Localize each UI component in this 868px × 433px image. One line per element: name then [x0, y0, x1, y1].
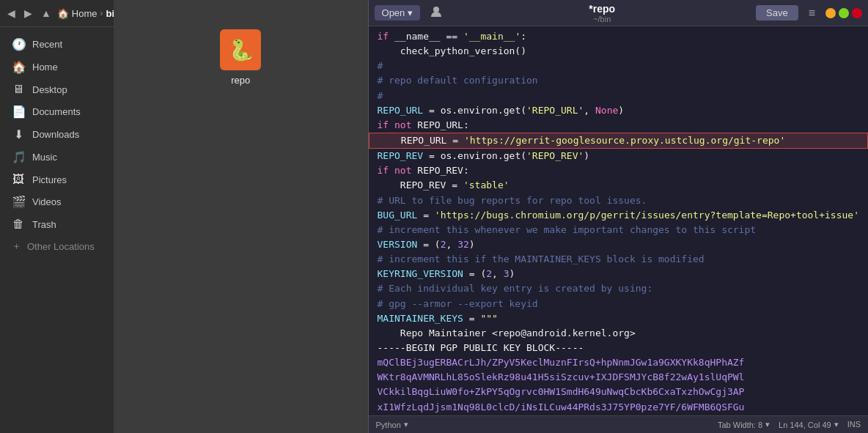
code-line-21: # Each individual key entry is created b… — [369, 281, 868, 296]
lang-dropdown-icon: ▾ — [404, 420, 408, 429]
pos-dropdown-icon: ▾ — [834, 420, 839, 429]
sidebar-item-videos[interactable]: 🎬 Videos — [0, 190, 114, 213]
add-icon: ＋ — [12, 240, 21, 253]
position-label: Ln 144, Col 49 — [779, 421, 831, 429]
code-line-9: REPO_REV = os.environ.get('REPO_REV') — [369, 149, 868, 163]
home-path-segment[interactable]: Home — [72, 8, 98, 19]
file-type-icon: 🐍 — [220, 29, 261, 70]
editor-filename: *repo — [452, 3, 751, 15]
pictures-icon: 🖼 — [12, 173, 25, 186]
trash-icon: 🗑 — [12, 218, 25, 231]
home-icon: 🏠 — [57, 8, 69, 19]
code-line-28: mQClBEj3ugERBACrLJh/ZPyV5KeclMuznFIrsQ+h… — [369, 355, 868, 370]
code-line-26: -----BEGIN PGP PUBLIC KEY BLOCK----- — [369, 341, 868, 355]
profile-button[interactable] — [424, 2, 448, 24]
code-line-18: # increment this if the MAINTAINER_KEYS … — [369, 252, 868, 267]
code-line-29: WKtr8qAVMNRLhL85oSlekRz98u41H5siSzcuv+IX… — [369, 370, 868, 385]
position-selector[interactable]: Ln 144, Col 49 ▾ — [779, 420, 839, 429]
editor-path: ~/bin — [452, 15, 751, 23]
code-line-7: if not REPO_URL: — [369, 118, 868, 133]
code-line-30: VCkkilBqgLiuW0fo+ZkPY5qOgrvc0HW1SmdH649u… — [369, 385, 868, 399]
back-button[interactable]: ◀ — [4, 6, 18, 21]
code-line-12: # URL to file bug reports for repo tool … — [369, 193, 868, 208]
tab-dropdown-icon: ▾ — [765, 420, 770, 429]
sidebar-item-home[interactable]: 🏠 Home — [0, 56, 114, 78]
recent-icon: 🕐 — [12, 37, 25, 51]
sidebar-item-label-downloads: Downloads — [32, 129, 79, 140]
sidebar-item-label-desktop: Desktop — [32, 84, 67, 95]
path-home: 🏠 Home — [57, 8, 98, 19]
code-line-3: # — [369, 59, 868, 73]
sidebar-item-label-home: Home — [32, 62, 58, 73]
sidebar-item-desktop[interactable]: 🖥 Desktop — [0, 78, 114, 100]
sidebar-item-documents[interactable]: 📄 Documents — [0, 100, 114, 123]
open-button[interactable]: Open ▾ — [375, 5, 421, 21]
code-line-22: # gpg --armor --export keyid — [369, 297, 868, 311]
desktop-icon: 🖥 — [12, 83, 25, 96]
path-nav: ◀ ▶ ▲ 🏠 Home › bin › — [0, 0, 114, 27]
home-icon: 🏠 — [12, 60, 25, 74]
sidebar-item-label-other: Other Locations — [27, 241, 95, 252]
python-icon: 🐍 — [228, 38, 254, 62]
sidebar-item-label-trash: Trash — [32, 219, 56, 230]
menu-button[interactable]: ≡ — [803, 4, 821, 22]
sidebar-item-label-videos: Videos — [32, 196, 62, 207]
window-controls — [825, 8, 862, 18]
code-line-1: if __name__ == '__main__': — [369, 29, 868, 44]
language-selector[interactable]: Python ▾ — [376, 420, 408, 429]
sidebar-item-label-pictures: Pictures — [32, 174, 67, 185]
code-line-25: Repo Maintainer <repo@android.kernel.org… — [369, 326, 868, 341]
language-label: Python — [376, 421, 401, 429]
code-line-16: VERSION = (2, 32) — [369, 237, 868, 252]
editor-toolbar: Open ▾ *repo ~/bin Save ≡ — [369, 0, 868, 26]
forward-button[interactable]: ▶ — [21, 6, 35, 21]
editor-title-area: *repo ~/bin — [452, 3, 751, 23]
code-line-2: check_python_version() — [369, 44, 868, 59]
minimize-button[interactable] — [825, 8, 836, 18]
videos-icon: 🎬 — [12, 195, 25, 209]
editor-pane: Open ▾ *repo ~/bin Save ≡ if __name__ ==… — [369, 0, 868, 433]
sidebar-items: 🕐 Recent 🏠 Home 🖥 Desktop 📄 Documents ⬇ … — [0, 27, 114, 433]
code-line-31: xI1WfzLqdJjsm1Nq98L0clcD/iNsILCuw44PRds3… — [369, 400, 868, 415]
file-browser: 🐍 repo — [114, 0, 369, 433]
sidebar-item-label-music: Music — [32, 152, 57, 163]
code-line-10: if not REPO_REV: — [369, 163, 868, 178]
sidebar-item-label-documents: Documents — [32, 106, 81, 117]
code-line-5: # — [369, 89, 868, 103]
sidebar-item-recent[interactable]: 🕐 Recent — [0, 33, 114, 56]
sidebar-item-other-locations[interactable]: ＋ Other Locations — [0, 235, 114, 257]
sidebar-item-trash[interactable]: 🗑 Trash — [0, 213, 114, 235]
code-line-13: BUG_URL = 'https://bugs.chromium.org/p/g… — [369, 208, 868, 223]
up-button[interactable]: ▲ — [38, 6, 54, 21]
maximize-button[interactable] — [839, 8, 849, 18]
code-line-11: REPO_REV = 'stable' — [369, 178, 868, 193]
open-dropdown-icon: ▾ — [408, 7, 413, 18]
sidebar-item-downloads[interactable]: ⬇ Downloads — [0, 123, 114, 146]
open-label: Open — [382, 7, 405, 18]
tab-width-selector[interactable]: Tab Width: 8 ▾ — [718, 420, 770, 429]
close-button[interactable] — [852, 8, 862, 18]
code-line-6: REPO_URL = os.environ.get('REPO_URL', No… — [369, 103, 868, 118]
sidebar-item-music[interactable]: 🎵 Music — [0, 146, 114, 169]
code-line-4: # repo default configuration — [369, 73, 868, 88]
sidebar: ◀ ▶ ▲ 🏠 Home › bin › 🕐 Recent 🏠 Home 🖥 D… — [0, 0, 114, 433]
file-item-repo[interactable]: 🐍 repo — [220, 29, 261, 86]
profile-icon — [429, 4, 444, 19]
file-name-label: repo — [231, 75, 250, 86]
sidebar-item-label-recent: Recent — [32, 39, 62, 50]
ins-label: INS — [847, 420, 861, 429]
path-sep-1: › — [100, 8, 103, 18]
svg-point-0 — [433, 7, 439, 12]
statusbar-left: Python ▾ — [376, 420, 408, 429]
music-icon: 🎵 — [12, 150, 25, 164]
code-line-23: MAINTAINER_KEYS = """ — [369, 311, 868, 326]
editor-content[interactable]: if __name__ == '__main__': check_python_… — [369, 26, 868, 415]
tab-width-label: Tab Width: 8 — [718, 421, 762, 429]
downloads-icon: ⬇ — [12, 127, 25, 141]
statusbar-right: Tab Width: 8 ▾ Ln 144, Col 49 ▾ INS — [718, 420, 861, 429]
code-line-15: # increment this whenever we make import… — [369, 223, 868, 237]
code-line-highlighted: REPO_URL = 'https://gerrit-googlesource.… — [369, 133, 868, 149]
sidebar-item-pictures[interactable]: 🖼 Pictures — [0, 169, 114, 190]
documents-icon: 📄 — [12, 105, 25, 119]
save-button[interactable]: Save — [756, 5, 798, 21]
